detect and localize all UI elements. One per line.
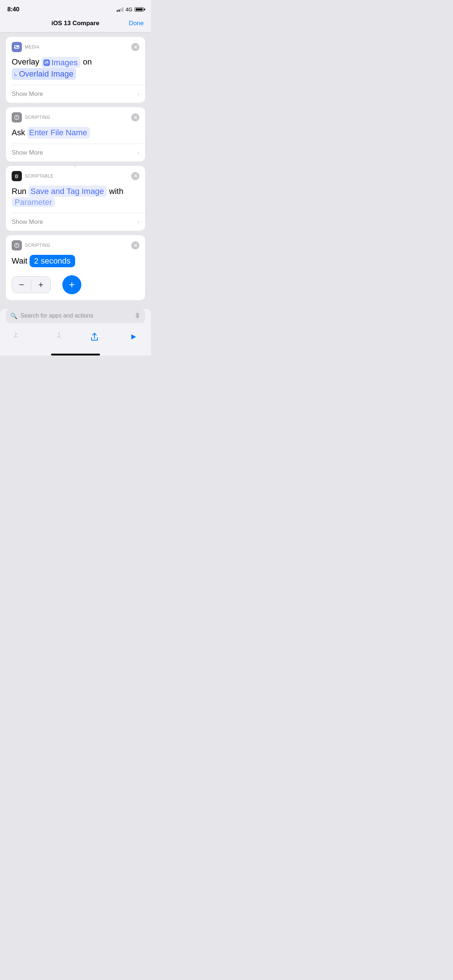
svg-rect-5 — [14, 74, 15, 75]
svg-text:{}: {} — [15, 174, 18, 178]
status-time: 8:40 — [7, 6, 19, 13]
search-placeholder: Search for apps and actions — [21, 312, 131, 319]
nav-title: iOS 13 Compare — [51, 20, 99, 27]
increment-button[interactable]: + — [31, 277, 50, 293]
signal-icon — [117, 7, 123, 12]
done-button[interactable]: Done — [129, 20, 144, 27]
svg-point-7 — [16, 118, 17, 119]
scripting-icon — [12, 112, 22, 123]
card-body-scripting: Ask Enter File Name — [6, 126, 145, 144]
add-action-button[interactable]: + — [62, 275, 81, 294]
card-category-scriptable: SCRIPTABLE — [25, 173, 54, 179]
scriptable-card: {} SCRIPTABLE ✕ Run Save and Tag Image w… — [6, 166, 145, 231]
media-card: MEDIA ✕ Overlay Images on — [6, 37, 145, 103]
show-more-label: Show More — [12, 91, 43, 98]
play-button[interactable] — [126, 330, 139, 344]
svg-rect-3 — [45, 62, 46, 63]
status-icons: 4G — [117, 6, 144, 13]
scripting-icon-2 — [12, 240, 22, 250]
stepper-control: − + — [12, 276, 51, 293]
svg-point-11 — [16, 246, 17, 247]
card-category-media: MEDIA — [25, 45, 40, 49]
images-token-icon — [43, 59, 50, 66]
wait-text: Wait — [12, 256, 30, 266]
network-type: 4G — [126, 6, 132, 13]
show-more-scripting[interactable]: Show More › — [6, 144, 145, 162]
scriptable-icon: {} — [12, 171, 22, 181]
parameter-token[interactable]: Parameter — [12, 197, 55, 207]
svg-rect-1 — [15, 46, 16, 47]
svg-point-10 — [14, 243, 19, 248]
toolbar — [0, 327, 151, 352]
close-scripting-button[interactable]: ✕ — [131, 113, 139, 121]
card-body-wait: Wait 2 seconds — [6, 253, 145, 272]
card-header-3: {} SCRIPTABLE ✕ — [6, 166, 145, 184]
on-text: on — [83, 57, 91, 66]
chevron-right-icon-3: › — [137, 219, 139, 225]
decrement-button[interactable]: − — [12, 277, 31, 293]
search-icon: 🔍 — [10, 312, 18, 320]
card-header-4: SCRIPTING ✕ — [6, 235, 145, 253]
overlaid-image-token-icon — [13, 68, 18, 80]
media-icon — [12, 42, 22, 52]
close-scriptable-button[interactable]: ✕ — [131, 172, 139, 180]
battery-icon — [135, 7, 144, 12]
seconds-token[interactable]: 2 seconds — [30, 255, 75, 267]
svg-point-6 — [14, 115, 19, 119]
card-header: SCRIPTING ✕ — [6, 107, 145, 126]
show-more-scriptable[interactable]: Show More › — [6, 213, 145, 231]
overlay-text: Overlay — [12, 57, 41, 66]
scripting-card: SCRIPTING ✕ Ask Enter File Name Show Mor… — [6, 107, 145, 162]
stepper-row: − + + — [6, 272, 145, 300]
with-text: with — [109, 187, 123, 196]
bottom-panel: 🔍 Search for apps and actions 🎙 — [0, 309, 151, 355]
show-more-label-2: Show More — [12, 149, 43, 156]
overlaid-image-token[interactable]: Overlaid Image — [12, 68, 76, 80]
show-more-label-3: Show More — [12, 218, 43, 226]
chevron-right-icon: › — [137, 91, 139, 97]
content-area: MEDIA ✕ Overlay Images on — [0, 32, 151, 304]
redo-button[interactable] — [50, 330, 63, 344]
save-tag-token[interactable]: Save and Tag Image — [29, 186, 107, 197]
chevron-right-icon-2: › — [137, 150, 139, 156]
status-bar: 8:40 4G — [0, 0, 151, 16]
card-header: MEDIA ✕ — [6, 37, 145, 55]
wait-card: SCRIPTING ✕ Wait 2 seconds − + + — [6, 235, 145, 300]
card-body-scriptable: Run Save and Tag Image with Parameter — [6, 184, 145, 213]
show-more-media[interactable]: Show More › — [6, 85, 145, 103]
images-token[interactable]: Images — [41, 57, 81, 68]
card-category-scripting-2: SCRIPTING — [25, 243, 50, 248]
share-button[interactable] — [88, 330, 101, 344]
card-category-scripting: SCRIPTING — [25, 115, 50, 120]
microphone-icon[interactable]: 🎙 — [134, 312, 141, 320]
close-wait-button[interactable]: ✕ — [131, 241, 139, 250]
card-body-media: Overlay Images on — [6, 55, 145, 85]
scroll-indicator — [75, 166, 75, 167]
nav-bar: iOS 13 Compare Done — [0, 16, 151, 32]
close-media-button[interactable]: ✕ — [131, 43, 139, 51]
search-bar[interactable]: 🔍 Search for apps and actions 🎙 — [6, 309, 145, 323]
enter-file-name-token[interactable]: Enter File Name — [27, 127, 90, 138]
ask-text: Ask — [12, 128, 27, 137]
home-indicator — [51, 354, 100, 355]
run-text: Run — [12, 187, 29, 196]
undo-button[interactable] — [12, 330, 25, 344]
